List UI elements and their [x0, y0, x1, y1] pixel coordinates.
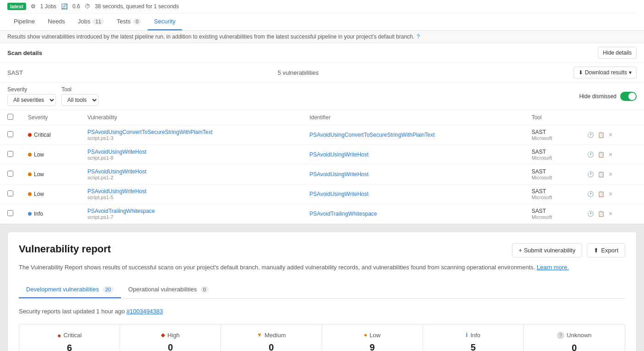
tool-vendor: Microsoft: [532, 175, 573, 180]
row-identifier: PSAvoidUsingWriteHost: [302, 184, 524, 204]
table-header-row: Severity Vulnerability Identifier Tool: [0, 110, 644, 125]
vuln-name[interactable]: PSAvoidUsingWriteHost: [88, 188, 295, 195]
submit-vulnerability-button[interactable]: + Submit vulnerability: [512, 243, 583, 257]
severity-filter-select[interactable]: All severities: [7, 94, 56, 106]
unknown-question-icon: ?: [557, 332, 564, 339]
learn-more-link[interactable]: Learn more.: [537, 264, 569, 271]
filter-bar: Severity All severities Tool All tools H…: [0, 83, 644, 110]
tab-pipeline-label: Pipeline: [14, 18, 35, 25]
stat-critical-label: ● Critical: [27, 332, 112, 339]
dismiss-icon[interactable]: ✕: [608, 171, 613, 178]
row-checkbox-cell: [0, 204, 21, 224]
row-checkbox-cell: [0, 145, 21, 165]
tab-development-vulnerabilities[interactable]: Development vulnerabilities 20: [19, 281, 121, 298]
report-section: Vulnerability report + Submit vulnerabil…: [7, 232, 637, 351]
vuln-name[interactable]: PSAvoidUsingWriteHost: [88, 149, 295, 155]
dismiss-icon[interactable]: ✕: [608, 211, 613, 217]
history-icon[interactable]: 🕐: [587, 151, 594, 158]
history-icon[interactable]: 🕐: [587, 132, 594, 138]
tool-name: SAST: [532, 208, 573, 214]
stat-unknown-label: ? Unknown: [531, 332, 617, 339]
row-tool: SAST Microsoft: [524, 204, 580, 224]
download-results-button[interactable]: ⬇ Download results ▾: [573, 67, 637, 78]
tab-tests[interactable]: Tests 0: [110, 13, 148, 30]
copy-icon[interactable]: 📋: [598, 171, 605, 178]
vuln-file: script.ps1-7: [88, 214, 295, 220]
select-all-checkbox[interactable]: [7, 114, 13, 120]
vuln-table: Severity Vulnerability Identifier Tool C…: [0, 110, 644, 224]
severity-dot-icon: [28, 153, 32, 156]
severity-filter-group: Severity All severities: [7, 86, 56, 106]
copy-icon[interactable]: 📋: [598, 211, 605, 217]
vuln-name[interactable]: PSAvoidTrailingWhitespace: [88, 208, 295, 214]
row-checkbox-1[interactable]: [7, 151, 13, 157]
tab-security[interactable]: Security: [148, 13, 182, 30]
info-link-icon[interactable]: ?: [417, 33, 420, 40]
high-label-text: High: [167, 332, 180, 339]
export-button[interactable]: ⬆ Export: [587, 243, 625, 257]
stat-medium: ▼ Medium 0: [221, 324, 322, 351]
vuln-file: script.ps1-2: [88, 175, 295, 180]
hide-details-button[interactable]: Hide details: [598, 47, 637, 59]
row-checkbox-3[interactable]: [7, 190, 13, 196]
th-checkbox: [0, 110, 21, 125]
scan-tool-bar: SAST 5 vulnerabilities ⬇ Download result…: [0, 63, 644, 83]
tool-filter-select[interactable]: All tools: [61, 94, 99, 106]
identifier-link[interactable]: PSAvoidTrailingWhitespace: [309, 211, 377, 217]
export-label: Export: [601, 247, 618, 254]
scan-tool-label: SAST: [7, 69, 23, 76]
th-severity: Severity: [21, 110, 80, 125]
unknown-label-text: Unknown: [567, 332, 591, 339]
hide-dismissed-toggle[interactable]: [620, 92, 637, 101]
copy-icon[interactable]: 📋: [598, 132, 605, 138]
jobs-info: 1 Jobs: [40, 3, 56, 10]
row-checkbox-2[interactable]: [7, 171, 13, 177]
table-row: Info PSAvoidTrailingWhitespace script.ps…: [0, 204, 644, 224]
report-tabs: Development vulnerabilities 20 Operation…: [19, 281, 625, 299]
row-vulnerability: PSAvoidUsingWriteHost script.ps1-8: [80, 145, 303, 165]
dismiss-icon[interactable]: ✕: [608, 151, 613, 158]
identifier-link[interactable]: PSAvoidUsingConvertToSecureStringWithPla…: [309, 132, 435, 138]
row-checkbox-0[interactable]: [7, 131, 13, 137]
row-checkbox-cell: [0, 125, 21, 145]
vuln-count: 5 vulnerabilities: [278, 69, 319, 76]
high-value: 0: [127, 342, 213, 351]
dismiss-icon[interactable]: ✕: [608, 191, 613, 197]
identifier-link[interactable]: PSAvoidUsingWriteHost: [309, 171, 369, 178]
info-label-text: Info: [470, 332, 480, 339]
tab-jobs[interactable]: Jobs 11: [72, 13, 110, 30]
tab-operational-vulnerabilities[interactable]: Operational vulnerabilities 0: [121, 281, 216, 298]
report-header: Vulnerability report + Submit vulnerabil…: [19, 243, 625, 257]
tab-ops-count: 0: [200, 286, 209, 293]
stat-high-label: ◆ High: [127, 332, 213, 339]
copy-icon[interactable]: 📋: [598, 191, 605, 197]
th-identifier: Identifier: [302, 110, 524, 125]
vuln-name[interactable]: PSAvoidUsingConvertToSecureStringWithPla…: [88, 129, 295, 135]
top-bar: latest ⚙ 1 Jobs 🔄 0.6 ⏱ 38 seconds, queu…: [0, 0, 644, 31]
row-actions-cell: 🕐 📋 ✕: [580, 125, 644, 145]
copy-icon[interactable]: 📋: [598, 151, 605, 158]
history-icon[interactable]: 🕐: [587, 171, 594, 178]
row-checkbox-cell: [0, 184, 21, 204]
filter-right: Hide dismissed: [579, 92, 637, 101]
vuln-file: script.ps1-8: [88, 155, 295, 161]
history-icon[interactable]: 🕐: [587, 191, 594, 197]
severity-label: Low: [34, 151, 44, 158]
row-identifier: PSAvoidUsingConvertToSecureStringWithPla…: [302, 125, 524, 145]
row-identifier: PSAvoidUsingWriteHost: [302, 145, 524, 165]
row-checkbox-cell: [0, 165, 21, 184]
vuln-name[interactable]: PSAvoidUsingWriteHost: [88, 168, 295, 175]
pipeline-link[interactable]: #1003494383: [127, 308, 163, 315]
tab-pipeline[interactable]: Pipeline: [7, 13, 41, 30]
tab-needs[interactable]: Needs: [41, 13, 72, 30]
dismiss-icon[interactable]: ✕: [608, 132, 613, 138]
row-checkbox-4[interactable]: [7, 210, 13, 216]
identifier-link[interactable]: PSAvoidUsingWriteHost: [309, 151, 369, 158]
history-icon[interactable]: 🕐: [587, 211, 594, 217]
row-vulnerability: PSAvoidUsingConvertToSecureStringWithPla…: [80, 125, 303, 145]
row-tool: SAST Microsoft: [524, 145, 580, 165]
vuln-table-body: Critical PSAvoidUsingConvertToSecureStri…: [0, 125, 644, 224]
identifier-link[interactable]: PSAvoidUsingWriteHost: [309, 191, 369, 197]
tool-name: SAST: [532, 168, 573, 175]
report-title: Vulnerability report: [19, 243, 111, 255]
